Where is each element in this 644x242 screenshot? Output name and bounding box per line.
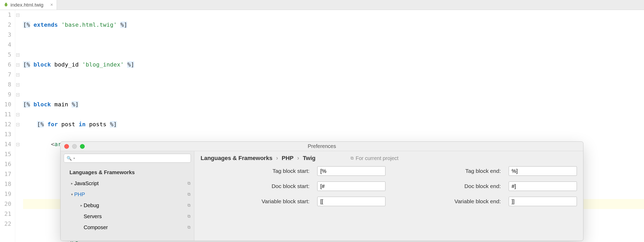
search-field[interactable] <box>77 156 188 161</box>
line-number: 11 <box>0 109 11 119</box>
line-number: 12 <box>0 119 11 129</box>
chevron-right-icon: › <box>276 155 278 162</box>
line-number: 3 <box>0 30 11 40</box>
line-number: 13 <box>0 129 11 139</box>
close-tab-icon[interactable]: × <box>50 2 53 8</box>
dialog-title: Preferences <box>308 143 336 149</box>
input-tag-block-end[interactable] <box>509 166 577 176</box>
line-number: 10 <box>0 100 11 109</box>
line-number: 17 <box>0 169 11 179</box>
scope-icon: ⧉ <box>351 156 353 161</box>
chevron-down-icon: ▾ <box>69 192 74 196</box>
line-number: 1 <box>0 10 11 20</box>
code-line <box>23 80 644 90</box>
minimize-window-icon[interactable] <box>72 144 77 149</box>
scope-icon: ⧉ <box>187 181 190 186</box>
input-doc-block-start[interactable] <box>317 182 385 191</box>
chevron-right-icon: ▸ <box>69 181 74 185</box>
tree-item-servers[interactable]: Servers ⧉ <box>61 211 194 222</box>
breadcrumb-item[interactable]: PHP <box>282 155 293 162</box>
tree-heading-languages-frameworks[interactable]: Languages & Frameworks <box>61 167 194 178</box>
close-window-icon[interactable] <box>64 144 69 149</box>
window-traffic-lights <box>64 144 85 149</box>
dialog-titlebar: Preferences <box>61 142 583 151</box>
label-doc-block-end: Doc block end: <box>393 183 501 189</box>
editor-tab[interactable]: index.html.twig × <box>0 0 57 10</box>
line-number: 5 <box>0 50 11 60</box>
line-number: 4 <box>0 40 11 50</box>
tree-item-composer[interactable]: Composer ⧉ <box>61 222 194 233</box>
chevron-down-icon[interactable]: ▾ <box>73 157 75 160</box>
preferences-dialog: Preferences 🔍▾ Languages & Frameworks ▸ … <box>60 141 583 241</box>
line-number: 6 <box>0 60 11 70</box>
line-number: 14 <box>0 139 11 149</box>
settings-tree: Languages & Frameworks ▸ JavaScript ⧉ ▾ … <box>61 165 194 234</box>
fold-marker-icon[interactable]: − <box>16 63 19 67</box>
fold-marker-icon[interactable]: − <box>16 93 19 96</box>
line-number: 15 <box>0 149 11 159</box>
fold-marker-icon[interactable]: − <box>16 123 19 126</box>
input-var-block-end[interactable] <box>509 197 577 206</box>
search-icon: 🔍 <box>67 156 72 161</box>
scope-icon: ⧉ <box>187 192 190 197</box>
fold-marker-icon[interactable]: − <box>16 53 19 57</box>
breadcrumb-item[interactable]: Languages & Frameworks <box>201 155 272 162</box>
chevron-right-icon: › <box>297 155 299 162</box>
scope-icon: ⧉ <box>187 203 190 208</box>
twig-delimiter-form: Tag block start: Tag block end: Doc bloc… <box>201 166 577 206</box>
code-line <box>23 40 644 50</box>
scope-icon: ⧉ <box>187 225 190 230</box>
label-var-block-start: Variable block start: <box>201 198 309 205</box>
tree-item-debug[interactable]: ▸ Debug ⧉ <box>61 200 194 211</box>
search-input[interactable]: 🔍▾ <box>64 154 191 163</box>
line-number: 16 <box>0 159 11 169</box>
code-line: [% block main %] <box>23 100 644 109</box>
tree-item-javascript[interactable]: ▸ JavaScript ⧉ <box>61 178 194 189</box>
label-doc-block-start: Doc block start: <box>201 183 309 189</box>
label-tag-block-end: Tag block end: <box>393 168 501 174</box>
input-tag-block-start[interactable] <box>317 166 385 176</box>
code-line: [% for post in posts %] <box>23 119 644 129</box>
line-number: 22 <box>0 219 11 229</box>
fold-column: − − − − − − − − − <box>15 10 22 242</box>
input-doc-block-end[interactable] <box>509 182 577 191</box>
preferences-content: Languages & Frameworks › PHP › Twig ⧉ Fo… <box>194 151 583 241</box>
line-number-gutter: 1 2 3 4 5 6 7 8 9 10 11 12 13 14 15 16 1… <box>0 10 15 242</box>
fold-marker-icon[interactable]: − <box>16 73 19 76</box>
fold-marker-icon[interactable]: − <box>16 113 19 116</box>
label-var-block-end: Variable block end: <box>393 198 501 205</box>
line-number: 8 <box>0 80 11 90</box>
tree-item-php[interactable]: ▾ PHP ⧉ <box>61 189 194 200</box>
line-number: 7 <box>0 70 11 80</box>
chevron-right-icon: ▸ <box>79 203 84 207</box>
preferences-sidebar: 🔍▾ Languages & Frameworks ▸ JavaScript ⧉… <box>61 151 194 241</box>
breadcrumb-item[interactable]: Twig <box>303 155 315 162</box>
fold-marker-icon[interactable]: − <box>16 14 19 17</box>
zoom-window-icon[interactable] <box>80 144 85 149</box>
tab-bar: index.html.twig × <box>0 0 644 10</box>
line-number: 2 <box>0 20 11 30</box>
label-tag-block-start: Tag block start: <box>201 168 309 174</box>
line-number: 18 <box>0 179 11 189</box>
input-var-block-start[interactable] <box>317 197 385 206</box>
line-number: 21 <box>0 209 11 219</box>
line-number: 9 <box>0 90 11 100</box>
fold-marker-icon[interactable]: − <box>16 83 19 86</box>
code-line: [% block body_id 'blog_index' %] <box>23 60 644 70</box>
code-line: [% extends 'base.html.twig' %] <box>23 20 644 30</box>
line-number: 20 <box>0 199 11 209</box>
scope-icon: ⧉ <box>187 214 190 219</box>
line-number: 19 <box>0 189 11 199</box>
breadcrumb: Languages & Frameworks › PHP › Twig ⧉ Fo… <box>201 155 577 162</box>
scope-indicator: ⧉ For current project <box>351 155 398 161</box>
twig-file-icon <box>4 2 8 8</box>
tab-filename: index.html.twig <box>10 2 44 8</box>
fold-marker-icon[interactable]: − <box>16 143 19 146</box>
